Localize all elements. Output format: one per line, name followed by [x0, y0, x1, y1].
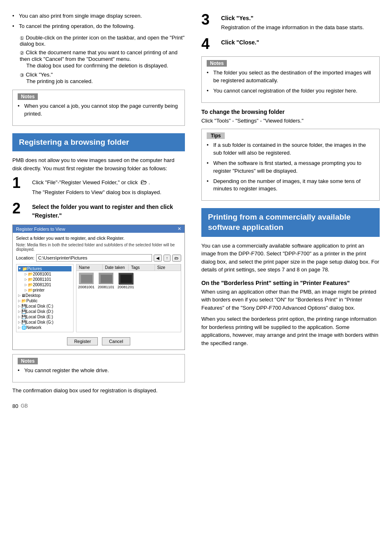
step-3: 3 Click "Yes." Registration of the image…: [201, 12, 380, 32]
step-4: 4 Click "Close.": [201, 37, 380, 51]
substeps-list: ① Double-click on the printer icon on th…: [16, 35, 185, 86]
tree-label-6: Public: [26, 299, 37, 303]
notes-label-right: Notes: [207, 60, 227, 67]
change-body: Click "Tools" - "Settings" - "Viewed fol…: [201, 117, 380, 125]
tree-label-7: Local Disk (C:): [26, 304, 53, 308]
page-number: 80 GB: [12, 403, 185, 409]
step-3-body: Registration of the image information in…: [221, 24, 380, 32]
drive-icon-c: 💾: [21, 304, 26, 308]
substep-3-extra: The printing job is canceled.: [26, 78, 185, 86]
tree-item-desktop[interactable]: ▷ 🖥 Desktop: [18, 293, 71, 298]
substep-3-text: Click "Yes.": [26, 72, 53, 78]
thumbs-row: 20081001 20081101: [76, 271, 181, 291]
tree-tri-2: ▷: [25, 278, 27, 281]
tree-tri-9: ▷: [18, 315, 21, 319]
period: .: [149, 179, 150, 185]
tree-item-d[interactable]: ▷ 💾 Local Disk (D:): [18, 309, 71, 314]
location-back-btn[interactable]: ◀: [154, 255, 162, 262]
thumb-col-tags: Tags: [129, 264, 155, 271]
location-folder-btn[interactable]: 🗁: [172, 255, 181, 262]
dialog-instruction: Select a folder you want to register, an…: [16, 235, 181, 241]
section-header-2: Printing from a commercially available s…: [201, 208, 380, 236]
dialog-location-bar: Location: ◀ ↑ 🗁: [16, 254, 181, 262]
thumbs-header: Name Date taken Tags Size: [76, 264, 181, 271]
step-2-content: Select the folder you want to register a…: [32, 201, 185, 220]
borderless-body1: When using an application other than the…: [201, 288, 380, 312]
tree-item-20081001[interactable]: ▷ 📂 20081001: [18, 271, 71, 277]
drive-icon-g: 💾: [21, 320, 26, 324]
tree-item-pictures[interactable]: ▼ 📁 Pictures: [18, 266, 71, 271]
desktop-icon: 🖥: [21, 293, 25, 298]
tips-box: Tips If a sub folder is contained in the…: [201, 129, 380, 201]
dialog-thumbs: Name Date taken Tags Size 20081001: [76, 264, 181, 332]
network-icon: 🌐: [21, 325, 26, 330]
notes-box-right: Notes The folder you select as the desti…: [201, 56, 380, 103]
tree-item-network[interactable]: ▷ 🌐 Network: [18, 325, 71, 330]
tree-tri-5: ▷: [18, 294, 21, 297]
tree-item-printer[interactable]: ▷ 📂 printer: [18, 287, 71, 293]
register-button[interactable]: Register: [67, 337, 98, 345]
intro-bullets: You can also print from single image dis…: [12, 12, 185, 30]
step-1: 1 Click "File"-"Register Viewed Folder,"…: [12, 176, 185, 196]
substep-2-extra: The dialog box used for confirming the d…: [26, 62, 185, 70]
dialog-mockup: Register Folders to View ✕ Select a fold…: [12, 225, 185, 350]
thumb-2[interactable]: 20081201: [118, 273, 134, 289]
thumb-img-0: [79, 273, 94, 284]
tree-item-20081101[interactable]: ▷ 📂 20081101: [18, 277, 71, 282]
svg-rect-3: [101, 275, 112, 283]
dialog-close-icon[interactable]: ✕: [178, 226, 181, 232]
right-notes-1: You cannot cancel registration of the fo…: [207, 87, 374, 95]
tree-item-20081201[interactable]: ▷ 📂 20081201: [18, 282, 71, 287]
dialog-main-area: ▼ 📁 Pictures ▷ 📂 20081001 ▷ 📂: [16, 264, 181, 332]
thumb-label-0: 20081001: [78, 285, 95, 289]
tree-tri-1: ▷: [25, 272, 27, 276]
tips-0: If a sub folder is contained in the sour…: [207, 141, 374, 157]
tree-label-2: 20081101: [33, 277, 51, 282]
section2-body1: You can use a commercially available sof…: [201, 242, 380, 274]
step-circle-3: ③: [20, 72, 24, 78]
tree-tri-3: ▷: [25, 283, 27, 287]
thumb-1[interactable]: 20081101: [98, 273, 114, 289]
thumb-label-2: 20081201: [118, 285, 134, 289]
borderless-body2: When you select the borderless print opt…: [201, 315, 380, 347]
folder-icon-1: 📂: [28, 272, 33, 276]
thumb-col-name: Name: [76, 264, 103, 271]
tree-label-10: Local Disk (G:): [26, 320, 53, 324]
dialog-buttons: Register Cancel: [16, 335, 181, 347]
notes-label-2: Notes: [18, 358, 38, 364]
tree-item-g[interactable]: ▷ 💾 Local Disk (G:): [18, 320, 71, 325]
step-4-content: Click "Close.": [221, 37, 380, 46]
notes-box-2: Notes You cannot register the whole driv…: [12, 354, 185, 382]
intro-bullet-1: You can also print from single image dis…: [12, 12, 185, 20]
subheading-change: To change the browsing folder: [201, 109, 380, 115]
page-num: 80: [12, 403, 18, 409]
location-up-btn[interactable]: ↑: [164, 255, 171, 262]
tree-item-public[interactable]: ▷ 📂 Public: [18, 298, 71, 303]
intro-bullet-2: To cancel the printing operation, do the…: [12, 23, 185, 30]
tips-1: When the software is first started, a me…: [207, 160, 374, 175]
tree-tri-11: ▷: [18, 326, 21, 329]
step-2-number: 2: [12, 201, 29, 216]
location-label: Location:: [16, 255, 35, 260]
tree-label-pictures: Pictures: [27, 266, 42, 271]
folder-icon-pictures: 📁: [22, 266, 27, 271]
tree-tri-7: ▷: [18, 304, 21, 308]
tips-label: Tips: [207, 132, 225, 139]
step-2: 2 Select the folder you want to register…: [12, 201, 185, 220]
substep-1-text: Double-click on the printer icon on the …: [20, 35, 184, 47]
thumb-0[interactable]: 20081001: [78, 273, 95, 289]
tree-label-5: Desktop: [25, 293, 41, 298]
tree-label-3: 20081201: [33, 283, 51, 287]
step-1-title: Click "File"-"Register Viewed Folder," o…: [32, 179, 138, 185]
cancel-button[interactable]: Cancel: [102, 337, 130, 345]
right-notes-0: The folder you select as the destination…: [207, 69, 374, 85]
folder-icon: 🗁: [141, 178, 147, 185]
tree-expand-icon: ▼: [18, 267, 21, 271]
thumb-img-1: [99, 273, 113, 284]
dialog-body: Select a folder you want to register, an…: [13, 233, 184, 350]
tree-item-e[interactable]: ▷ 💾 Local Disk (E:): [18, 314, 71, 320]
location-input[interactable]: [36, 254, 152, 262]
tree-item-c[interactable]: ▷ 💾 Local Disk (C:): [18, 303, 71, 309]
notes-bullet-2-0: You cannot register the whole drive.: [18, 367, 180, 375]
drive-icon-d: 💾: [21, 309, 26, 314]
